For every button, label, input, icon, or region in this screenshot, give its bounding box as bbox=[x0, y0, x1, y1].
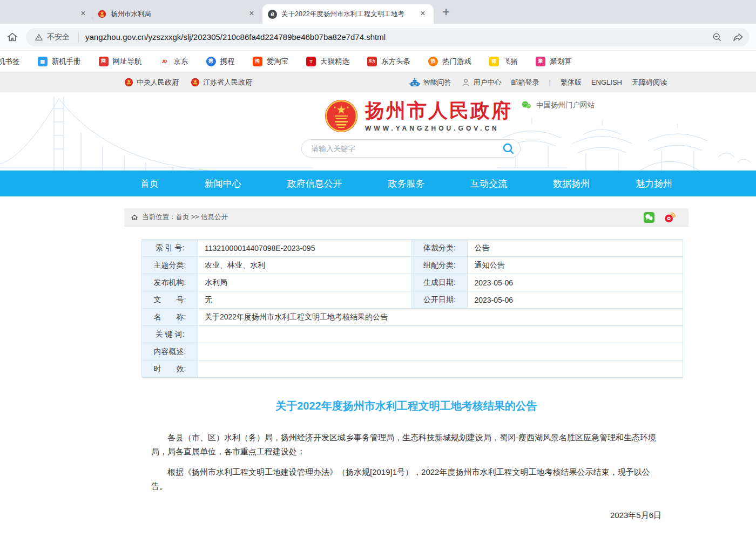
bookmark-label: 爱淘宝 bbox=[267, 57, 289, 66]
gov-emblem-icon bbox=[124, 78, 133, 87]
site-name: 扬州市人民政府 bbox=[365, 100, 512, 121]
site-favicon: e bbox=[268, 10, 277, 19]
bookmark-icon: T bbox=[306, 57, 316, 66]
bookmark-icon: 热 bbox=[428, 57, 438, 66]
bookmark-item[interactable]: 网 网址导航 bbox=[99, 57, 142, 66]
table-row: 索 引 号: 11321000014407098E-2023-095 体裁分类:… bbox=[142, 240, 683, 257]
meta-value: 关于2022年度扬州市水利工程文明工地考核结果的公告 bbox=[198, 309, 683, 326]
gov-emblem-favicon bbox=[98, 10, 106, 18]
link-label: 智能问答 bbox=[423, 78, 451, 87]
bookmark-icon: 携 bbox=[206, 57, 216, 66]
gov-utility-bar: 中央人民政府 江苏省人民政府 智能问答 用户中心 邮箱登录 | bbox=[0, 72, 756, 92]
bookmark-icon: 聚 bbox=[536, 57, 545, 66]
tab-close-icon[interactable]: × bbox=[417, 9, 428, 19]
home-icon[interactable] bbox=[6, 31, 18, 43]
bookmark-item[interactable]: 热 热门游戏 bbox=[428, 57, 471, 66]
meta-value bbox=[198, 326, 683, 343]
tab-close-icon[interactable]: × bbox=[246, 9, 257, 19]
bookmark-item[interactable]: 猪 飞猪 bbox=[489, 57, 518, 66]
meta-value: 2023-05-06 bbox=[468, 291, 683, 309]
table-row: 主题分类: 农业、林业、水利 组配分类: 通知公告 bbox=[142, 257, 683, 274]
bookmark-label: 热门游戏 bbox=[442, 57, 471, 66]
site-banner: 扬州市人民政府 WWW.YANGZHOU.GOV.CN 中国扬州门户网站 bbox=[0, 92, 756, 171]
bookmark-item[interactable]: 机书签 bbox=[0, 57, 20, 66]
search-icon[interactable] bbox=[502, 142, 515, 155]
bookmark-item[interactable]: 聚 聚划算 bbox=[536, 57, 572, 66]
bookmark-item[interactable]: 淘 爱淘宝 bbox=[253, 57, 289, 66]
link-smart-qa[interactable]: 智能问答 bbox=[409, 77, 451, 88]
link-user-center[interactable]: 用户中心 bbox=[461, 78, 502, 87]
bookmark-label: 京东 bbox=[174, 57, 188, 66]
link-jiangsu-government[interactable]: 江苏省人民政府 bbox=[191, 78, 252, 87]
bookmark-item[interactable]: 东方 东方头条 bbox=[367, 57, 410, 66]
new-tab-button[interactable]: + bbox=[442, 4, 450, 19]
link-label: ENGLISH bbox=[591, 78, 622, 86]
robot-icon bbox=[409, 77, 420, 88]
bookmark-item[interactable]: T 天猫精选 bbox=[306, 57, 349, 66]
share-icon[interactable] bbox=[732, 31, 744, 43]
tab-title: 扬州市水利局 bbox=[111, 10, 242, 19]
portal-label: 中国扬州门户网站 bbox=[536, 100, 595, 110]
meta-label: 组配分类: bbox=[411, 257, 468, 274]
bookmark-icon: 猪 bbox=[489, 57, 499, 66]
browser-toolbar: 不安全 yangzhou.gov.cn/yzszxxgk/slj/202305/… bbox=[0, 24, 756, 51]
tab-title: 关于2022年度扬州市水利工程文明工地考 bbox=[281, 10, 413, 19]
security-label[interactable]: 不安全 bbox=[47, 32, 70, 42]
wechat-share-icon[interactable] bbox=[643, 212, 655, 223]
link-mail-login[interactable]: 邮箱登录 bbox=[511, 78, 539, 87]
table-row: 时 效: bbox=[142, 360, 683, 378]
bookmark-item[interactable]: 携 携程 bbox=[206, 57, 235, 66]
breadcrumb: 当前位置：首页 >> 信息公开 bbox=[124, 208, 688, 227]
bookmark-label: 机书签 bbox=[0, 57, 20, 66]
nav-item-charm[interactable]: 魅力扬州 bbox=[636, 178, 672, 190]
nav-item-services[interactable]: 政务服务 bbox=[388, 178, 424, 190]
national-emblem-icon bbox=[324, 99, 359, 133]
wechat-icon bbox=[521, 100, 532, 111]
bookmark-icon: 东方 bbox=[367, 57, 377, 66]
nav-item-data[interactable]: 数据扬州 bbox=[553, 178, 590, 190]
tab-yangzhou-water-bureau[interactable]: 扬州市水利局 × bbox=[92, 4, 262, 24]
tab-active-announcement[interactable]: e 关于2022年度扬州市水利工程文明工地考 × bbox=[262, 4, 434, 24]
meta-value: 水利局 bbox=[198, 274, 411, 291]
site-logo: 扬州市人民政府 WWW.YANGZHOU.GOV.CN bbox=[324, 99, 512, 133]
zoom-out-icon[interactable] bbox=[712, 32, 723, 43]
bookmarks-bar: 机书签 ▤ 新机手册 网 网址导航 JD 京东 携 携程 淘 爱淘宝 T 天猫精… bbox=[0, 51, 756, 72]
table-row: 发布机构: 水利局 生成日期: 2023-05-06 bbox=[142, 274, 683, 291]
portal-link[interactable]: 中国扬州门户网站 bbox=[521, 100, 595, 111]
tab-close-icon[interactable]: × bbox=[78, 9, 89, 19]
nav-item-home[interactable]: 首页 bbox=[140, 178, 159, 190]
url-text: yangzhou.gov.cn/yzszxxgk/slj/202305/210c… bbox=[85, 32, 386, 42]
meta-value: 公告 bbox=[468, 240, 683, 257]
table-row: 名 称: 关于2022年度扬州市水利工程文明工地考核结果的公告 bbox=[142, 309, 683, 326]
breadcrumb-text: 当前位置：首页 >> 信息公开 bbox=[142, 213, 228, 222]
gov-emblem-icon bbox=[191, 78, 200, 87]
weibo-share-icon[interactable] bbox=[664, 212, 676, 223]
link-central-government[interactable]: 中央人民政府 bbox=[124, 78, 179, 87]
meta-label: 发布机构: bbox=[142, 274, 198, 291]
bookmark-label: 携程 bbox=[220, 57, 235, 66]
link-accessibility[interactable]: 无障碍阅读 bbox=[632, 78, 667, 87]
bookmark-item[interactable]: ▤ 新机手册 bbox=[38, 57, 81, 66]
meta-label: 生成日期: bbox=[411, 274, 468, 291]
nav-item-news[interactable]: 新闻中心 bbox=[205, 178, 241, 190]
address-bar[interactable]: 不安全 yangzhou.gov.cn/yzszxxgk/slj/202305/… bbox=[26, 28, 750, 46]
link-label: 繁体版 bbox=[561, 78, 582, 87]
bookmark-item[interactable]: JD 京东 bbox=[160, 57, 188, 66]
search-bar[interactable] bbox=[301, 139, 521, 158]
link-label: 江苏省人民政府 bbox=[203, 78, 252, 87]
bookmark-icon: 网 bbox=[99, 57, 109, 66]
home-small-icon[interactable] bbox=[131, 214, 138, 221]
tab-partial[interactable]: × bbox=[0, 4, 92, 24]
link-traditional-chinese[interactable]: 繁体版 bbox=[561, 78, 582, 87]
omnibox-divider bbox=[78, 32, 79, 42]
main-nav: 首页 新闻中心 政府信息公开 政务服务 互动交流 数据扬州 魅力扬州 bbox=[0, 171, 756, 196]
search-input[interactable] bbox=[310, 144, 502, 153]
meta-label: 名 称: bbox=[142, 309, 198, 326]
meta-label: 时 效: bbox=[142, 360, 198, 378]
link-english[interactable]: ENGLISH bbox=[591, 78, 622, 86]
bookmark-label: 东方头条 bbox=[381, 57, 410, 66]
link-label: 中央人民政府 bbox=[137, 78, 179, 87]
article-paragraph: 根据《扬州市水利工程文明工地建设管理办法》（扬水规[2019]1号），2022年… bbox=[151, 465, 662, 493]
nav-item-interaction[interactable]: 互动交流 bbox=[470, 178, 507, 190]
nav-item-info-disclosure[interactable]: 政府信息公开 bbox=[287, 178, 342, 190]
